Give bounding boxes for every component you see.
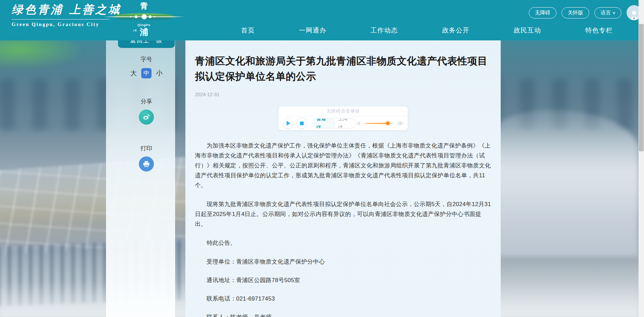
article-toolbar-sidebar: 返回上一级 字号 大 中 小 分享 打印 <box>106 40 175 317</box>
share-weibo-button[interactable] <box>139 110 154 125</box>
emblem-latin: QingPu <box>113 23 175 27</box>
article-panel: 青浦区文化和旅游局关于第九批青浦区非物质文化遗产代表性项目拟认定保护单位名单的公… <box>185 40 501 317</box>
weibo-icon <box>142 113 151 122</box>
scrollbar-thumb[interactable] <box>639 24 644 151</box>
share-label: 分享 <box>118 98 175 105</box>
volume-slider[interactable] <box>365 123 394 124</box>
language-toggle: 普通话 上海话 <box>312 118 356 128</box>
nav-item-special-columns[interactable]: 特色专栏 <box>585 26 613 35</box>
slogan-divider <box>12 19 109 20</box>
site-header: 绿色青浦 上善之城 Green Qingpu, Gracious City 青 … <box>0 0 639 40</box>
nav-item-work-news[interactable]: 工作动态 <box>370 26 398 35</box>
person-icon <box>628 9 639 20</box>
contact-phone: 联系电话：021-69717453 <box>195 294 491 304</box>
play-icon <box>287 121 290 126</box>
emblem-char-top: 青 <box>113 1 175 11</box>
page: 绿色青浦 上善之城 Green Qingpu, Gracious City 青 … <box>0 0 639 317</box>
printer-icon <box>142 160 150 168</box>
site-logo[interactable]: 绿色青浦 上善之城 Green Qingpu, Gracious City <box>12 2 114 27</box>
stop-icon <box>300 122 304 125</box>
emblem-seal-text: 上善 <box>133 29 137 31</box>
volume-handle[interactable] <box>386 122 389 125</box>
nav-item-gov-info[interactable]: 政务公开 <box>442 26 470 35</box>
volume-fill <box>365 123 388 124</box>
article-title: 青浦区文化和旅游局关于第九批青浦区非物质文化遗产代表性项目拟认定保护单位名单的公… <box>195 53 491 84</box>
article-date: 2024-12-31 <box>195 92 491 97</box>
stop-button[interactable] <box>297 118 307 129</box>
article-body: 为加强本区非物质文化遗产保护工作，强化保护单位主体责任，根据《上海市非物质文化遗… <box>195 141 491 317</box>
chevron-down-icon: ∨ <box>612 11 616 15</box>
volume-low-icon <box>356 121 362 126</box>
slogan-english: Green Qingpu, Gracious City <box>12 22 114 27</box>
nav-item-home[interactable]: 首页 <box>241 26 255 35</box>
font-size-medium-button[interactable]: 中 <box>141 68 152 78</box>
emblem-char-bottom: 上善 浦 <box>113 27 175 37</box>
slogan-chinese: 绿色青浦 上善之城 <box>12 2 114 17</box>
mandarin-option[interactable]: 普通话 <box>313 118 334 128</box>
print-label: 打印 <box>118 144 175 152</box>
font-size-large-button[interactable]: 大 <box>130 68 137 78</box>
language-button[interactable]: 语言 ∨ <box>594 7 621 18</box>
contact-person: 联系人：陈老师、吴老师 <box>195 312 491 317</box>
header-quick-links: 无障碍 关怀版 语言 ∨ <box>529 5 639 20</box>
font-size-options: 大 中 小 <box>118 68 175 78</box>
tts-player: 无障碍语音播报 普通话 上海话 <box>278 106 408 130</box>
contact-accepting-unit: 受理单位：青浦区非物质文化遗产保护分中心 <box>195 257 491 267</box>
paragraph: 为加强本区非物质文化遗产保护工作，强化保护单位主体责任，根据《上海市非物质文化遗… <box>195 141 491 190</box>
tts-player-caption: 无障碍语音播报 <box>278 106 408 116</box>
care-version-button[interactable]: 关怀版 <box>562 7 589 18</box>
nav-item-interaction[interactable]: 政民互动 <box>514 26 541 35</box>
print-button[interactable] <box>139 156 154 172</box>
font-size-label: 字号 <box>118 55 175 63</box>
paragraph: 现将第九批青浦区非物质文化遗产代表性项目拟认定保护单位名单向社会公示，公示期5天… <box>195 199 491 229</box>
island-icon <box>113 12 175 21</box>
shanghainese-option[interactable]: 上海话 <box>334 118 356 128</box>
font-size-small-button[interactable]: 小 <box>156 68 162 78</box>
volume-high-icon <box>397 120 404 127</box>
nav-item-online-services[interactable]: 一网通办 <box>299 26 326 35</box>
contact-address: 通讯地址：青浦区公园路78号505室 <box>195 275 491 285</box>
closing-line: 特此公告。 <box>195 238 491 248</box>
play-button[interactable] <box>282 118 293 129</box>
background-right-building <box>479 110 639 257</box>
user-avatar[interactable] <box>627 5 639 20</box>
scrollbar-track[interactable] <box>639 0 644 317</box>
accessibility-button[interactable]: 无障碍 <box>529 7 556 18</box>
qingpu-emblem[interactable]: 青 QingPu 上善 浦 <box>113 1 175 41</box>
main-nav: 首页 一网通办 工作动态 政务公开 政民互动 特色专栏 <box>219 23 635 38</box>
